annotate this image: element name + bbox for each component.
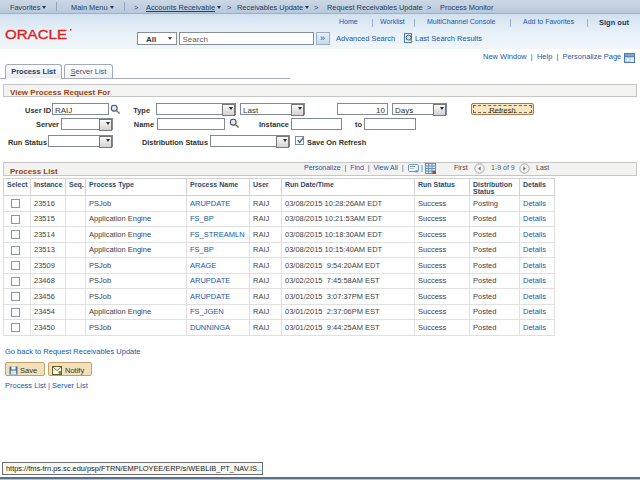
svg-text:ORACLE: ORACLE	[5, 28, 67, 42]
